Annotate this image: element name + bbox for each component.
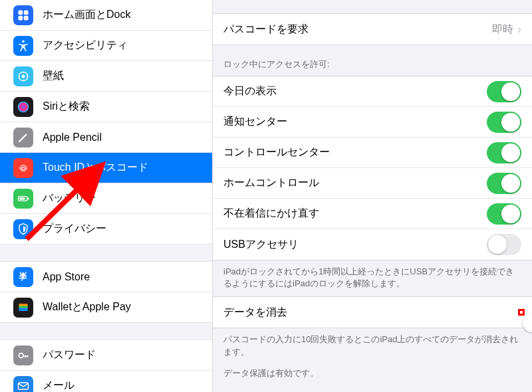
row-label: 不在着信にかけ直す — [223, 207, 319, 221]
section-footer: iPadがロックされてから1時間以上経ったときにUSBアクセサリを接続できるよう… — [213, 260, 532, 296]
section-footer: データ保護は有効です。 — [213, 365, 532, 386]
key-icon — [13, 345, 33, 365]
sidebar-item-label: アクセシビリティ — [43, 39, 128, 52]
lock-access-row[interactable]: 今日の表示 — [213, 76, 532, 107]
toggle[interactable] — [487, 234, 521, 255]
lock-access-row[interactable]: USBアクセサリ — [213, 229, 532, 260]
svg-rect-2 — [19, 15, 23, 20]
section-footer: パスコードの入力に10回失敗するとこのiPad上のすべてのデータが消去されます。 — [213, 328, 532, 364]
sidebar-item-wallet[interactable]: WalletとApple Pay — [0, 292, 212, 323]
row-label: 通知センター — [223, 115, 287, 129]
lock-access-row[interactable]: 不在着信にかけ直す — [213, 199, 532, 229]
svg-rect-1 — [24, 10, 29, 15]
lock-access-row[interactable]: コントロールセンター — [213, 138, 532, 168]
lock-access-row[interactable]: ホームコントロール — [213, 168, 532, 199]
toggle[interactable] — [487, 142, 521, 163]
sidebar-item-label: Apple Pencil — [43, 132, 102, 144]
wallet-icon — [13, 298, 33, 318]
row-label: パスコードを要求 — [223, 23, 309, 37]
sidebar-item-label: ホーム画面とDock — [43, 8, 130, 22]
sidebar-item-mail[interactable]: メール — [0, 371, 212, 392]
sidebar-item-siri[interactable]: Siriと検索 — [0, 92, 212, 122]
sidebar-item-label: バッテリー — [43, 191, 96, 205]
row-label: コントロールセンター — [223, 146, 330, 159]
svg-rect-3 — [24, 15, 29, 20]
svg-point-18 — [19, 353, 23, 357]
mail-icon — [13, 376, 33, 393]
toggle[interactable] — [487, 203, 521, 225]
erase-data-section: データを消去 — [213, 296, 532, 328]
highlight-box — [518, 309, 525, 316]
privacy-icon — [13, 219, 33, 239]
sidebar-item-label: 壁紙 — [43, 69, 64, 83]
row-value: 即時 › — [492, 23, 521, 37]
sidebar-item-label: プライバシー — [43, 222, 106, 236]
toggle[interactable] — [487, 81, 521, 102]
battery-icon — [13, 189, 33, 209]
sidebar-gap — [0, 323, 212, 340]
svg-rect-0 — [19, 10, 23, 15]
sidebar-gap — [0, 245, 212, 262]
row-label: USBアクセサリ — [223, 238, 299, 252]
sidebar-item-accessibility[interactable]: アクセシビリティ — [0, 31, 212, 61]
svg-point-9 — [19, 76, 20, 77]
sidebar-item-label: Siriと検索 — [43, 100, 90, 114]
accessibility-icon — [13, 36, 33, 56]
sidebar-item-label: App Store — [43, 271, 90, 283]
svg-rect-14 — [28, 197, 29, 199]
svg-rect-13 — [19, 197, 25, 199]
section-header: ロック中にアクセスを許可: — [213, 45, 532, 76]
sidebar-item-privacy[interactable]: プライバシー — [0, 214, 212, 245]
passcode-require-section: パスコードを要求 即時 › — [213, 13, 532, 45]
toggle[interactable] — [487, 173, 521, 194]
sidebar-item-touchid[interactable]: Touch IDとパスコード — [0, 153, 212, 183]
touchid-icon — [13, 158, 33, 178]
sidebar-item-home[interactable]: ホーム画面とDock — [0, 0, 212, 31]
siri-icon — [13, 97, 33, 117]
row-label: ホームコントロール — [223, 176, 319, 190]
pencil-icon — [13, 128, 33, 147]
sidebar: ホーム画面とDockアクセシビリティ壁紙Siriと検索Apple PencilT… — [0, 0, 213, 392]
erase-data-row[interactable]: データを消去 — [213, 297, 532, 328]
sidebar-item-label: WalletとApple Pay — [43, 300, 131, 314]
appstore-icon — [13, 267, 33, 287]
svg-point-10 — [27, 76, 28, 77]
svg-point-11 — [18, 101, 29, 112]
passcode-require-row[interactable]: パスコードを要求 即時 › — [213, 14, 532, 45]
sidebar-item-battery[interactable]: バッテリー — [0, 183, 212, 214]
svg-point-6 — [22, 74, 25, 78]
sidebar-item-label: メール — [43, 379, 74, 392]
wallpaper-icon — [13, 66, 33, 86]
chevron-right-icon: › — [517, 23, 521, 37]
row-label: 今日の表示 — [223, 84, 277, 98]
sidebar-item-key[interactable]: パスワード — [0, 340, 212, 371]
svg-point-4 — [22, 40, 25, 43]
sidebar-item-appstore[interactable]: App Store — [0, 262, 212, 292]
sidebar-item-pencil[interactable]: Apple Pencil — [0, 122, 212, 153]
toggle[interactable] — [487, 112, 521, 133]
lock-access-row[interactable]: 通知センター — [213, 107, 532, 138]
svg-point-8 — [23, 80, 24, 81]
sidebar-item-label: Touch IDとパスコード — [43, 161, 148, 175]
sidebar-item-label: パスワード — [43, 348, 96, 362]
svg-rect-17 — [19, 308, 27, 310]
svg-point-7 — [23, 72, 24, 73]
detail-pane: パスコードを要求 即時 › ロック中にアクセスを許可: 今日の表示通知センターコ… — [213, 0, 532, 392]
lock-access-section: 今日の表示通知センターコントロールセンターホームコントロール不在着信にかけ直すU… — [213, 76, 532, 260]
row-label: データを消去 — [223, 306, 287, 320]
sidebar-item-wallpaper[interactable]: 壁紙 — [0, 61, 212, 92]
home-icon — [13, 5, 33, 25]
